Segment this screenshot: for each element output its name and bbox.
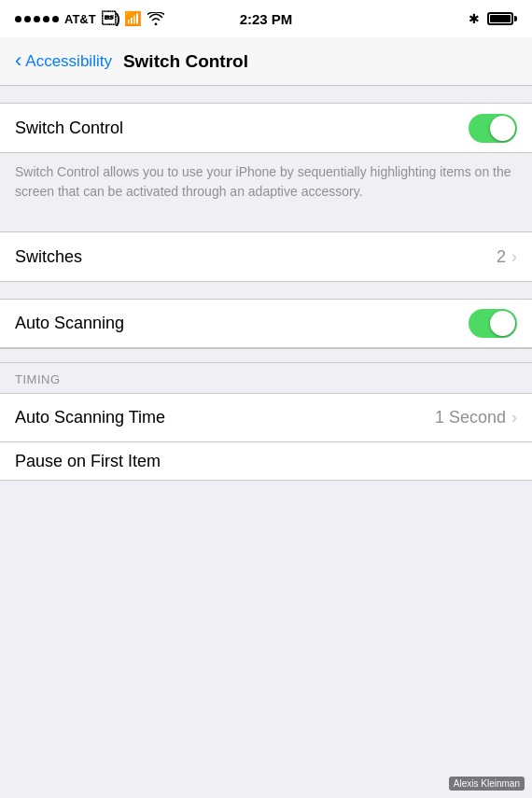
timing-header-label: TIMING [15,372,61,386]
nav-header: ‹ Accessibility Switch Control [0,37,532,86]
signal-dot-5 [52,16,59,22]
back-chevron-icon: ‹ [15,50,21,71]
auto-scanning-label: Auto Scanning [15,314,124,333]
wifi-icon: ) 📶 [102,10,142,27]
back-label[interactable]: Accessibility [25,52,112,71]
switches-label: Switches [15,247,82,267]
signal-dot-2 [24,16,31,22]
toggle-knob [490,116,515,141]
switch-control-toggle[interactable] [469,114,517,143]
auto-scanning-group: Auto Scanning [0,299,532,363]
timing-section-header [0,348,532,362]
bluetooth-icon: ✱ [469,11,480,26]
back-button[interactable]: ‹ Accessibility [15,52,112,71]
switches-value: 2 [497,247,506,267]
section-gap-2 [0,215,532,231]
auto-scanning-time-chevron-icon: › [511,408,517,427]
status-bar-left: AT&T ) 📶 [15,10,164,27]
auto-scanning-time-value: 1 Second [435,408,506,427]
page-title: Switch Control [123,51,248,72]
status-bar-time: 2:23 PM [240,11,293,27]
auto-scanning-time-label: Auto Scanning Time [15,408,165,427]
watermark: Alexis Kleinman [449,777,525,791]
timing-header: TIMING [0,363,532,393]
switches-row[interactable]: Switches 2 › [0,232,532,281]
section-gap-3 [0,282,532,299]
switches-group: Switches 2 › [0,231,532,282]
switch-control-label: Switch Control [15,119,123,138]
auto-scanning-knob [490,311,515,336]
carrier-label: AT&T [64,12,96,26]
auto-scanning-time-row[interactable]: Auto Scanning Time 1 Second › [0,394,532,442]
status-bar-right: ✱ [469,11,517,26]
switches-value-area: 2 › [497,247,517,267]
signal-dot-4 [43,16,49,22]
auto-scanning-toggle[interactable] [469,309,517,338]
timing-group: Auto Scanning Time 1 Second › Pause on F… [0,393,532,481]
wifi-icon-svg [147,12,164,25]
battery [487,12,517,25]
auto-scanning-row: Auto Scanning [0,300,532,348]
switch-control-group: Switch Control [0,103,532,153]
switch-control-description: Switch Control allows you to use your iP… [15,162,517,202]
status-bar: AT&T ) 📶 2:23 PM ✱ [0,0,532,37]
switch-control-row: Switch Control [0,104,532,152]
description-section: Switch Control allows you to use your iP… [0,153,532,215]
switches-chevron-icon: › [511,247,517,267]
battery-fill [490,15,511,22]
section-gap-1 [0,86,532,103]
signal-dot-1 [15,16,21,22]
battery-body [487,12,513,25]
pause-on-first-item-row[interactable]: Pause on First Item [0,442,532,480]
battery-tip [514,16,517,21]
auto-scanning-time-value-area: 1 Second › [435,408,517,427]
pause-on-first-item-label: Pause on First Item [15,452,161,471]
signal-dots [15,16,59,22]
signal-dot-3 [34,16,40,22]
